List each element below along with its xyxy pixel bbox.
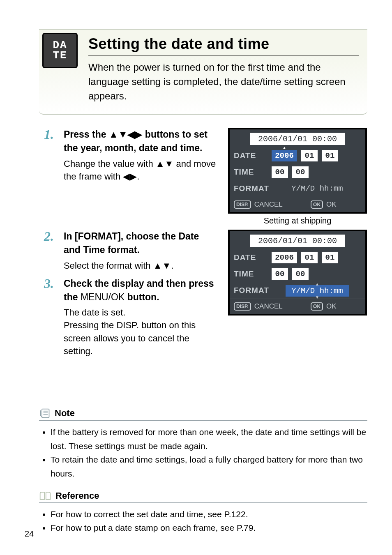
- up-arrow-icon: ▲: [315, 282, 319, 286]
- text: Press the: [64, 129, 109, 140]
- text: Change the value with: [64, 159, 156, 169]
- lcd-month: 01: [301, 150, 318, 161]
- left-right-icon: ◀▶: [123, 171, 137, 182]
- lcd-format-label: FORMAT: [234, 184, 269, 193]
- lcd-time-label: TIME: [234, 269, 267, 279]
- page-number: 24: [25, 529, 34, 539]
- step-number: 3.: [39, 277, 54, 290]
- step-3-sub: The date is set. Pressing the DISP. butt…: [64, 306, 217, 357]
- step-1-head: Press the ▲▼◀▶ buttons to set the year, …: [64, 128, 217, 154]
- value: 2006: [275, 151, 294, 160]
- list-item: For how to correct the set date and time…: [51, 507, 367, 521]
- page-title: Setting the date and time: [88, 35, 359, 55]
- step-2-head: In [FORMAT], choose the Date and Time fo…: [64, 230, 217, 256]
- reference-title: Reference: [55, 491, 99, 501]
- step-1-sub: Change the value with ▲▼ and move the fr…: [64, 157, 217, 183]
- intro-band: DA TE Setting the date and time When the…: [39, 29, 367, 115]
- date-icon-text: DA TE: [53, 40, 67, 60]
- lcd-day: 01: [322, 252, 338, 263]
- note-section: Note If the battery is removed for more …: [39, 408, 367, 480]
- list-item: If the battery is removed for more than …: [51, 425, 367, 453]
- up-down-icon: ▲▼: [156, 159, 174, 169]
- lcd-screenshot-1: 2006/01/01 00:00 DATE ▲2006 01 01 TIME 0…: [228, 128, 367, 214]
- lcd-screenshot-2: 2006/01/01 00:00 DATE 2006 01 01 TIME 00…: [228, 230, 367, 315]
- lcd-year: 2006: [272, 252, 297, 263]
- reference-section: Reference For how to correct the set dat…: [39, 491, 367, 535]
- text: button.: [125, 292, 159, 302]
- disp-button-icon: DISP.: [234, 200, 251, 209]
- text: .: [137, 171, 139, 182]
- lcd-time-label: TIME: [234, 168, 267, 177]
- lcd-cancel: CANCEL: [254, 200, 283, 209]
- step-number: 2.: [39, 230, 54, 243]
- ok-button-icon: OK: [311, 200, 323, 209]
- step-2-3-row: 2. In [FORMAT], choose the Date and Time…: [39, 230, 367, 362]
- lcd-title: 2006/01/01 00:00: [250, 133, 345, 145]
- list-item: For how to put a date stamp on each fram…: [51, 521, 367, 535]
- lcd-date-label: DATE: [234, 151, 267, 160]
- lcd-caption: Setting at shipping: [264, 216, 332, 226]
- down-arrow-icon: ▼: [315, 295, 319, 299]
- lcd-hour: 00: [272, 166, 288, 178]
- lcd-hour: 00: [272, 268, 288, 280]
- up-down-icon: ▲▼: [153, 260, 171, 271]
- date-mode-icon: DA TE: [42, 33, 78, 68]
- lcd-day: 01: [322, 150, 338, 161]
- lcd-format-selected: ▲ Y/M/D hh:mm ▼: [273, 286, 361, 295]
- intro-text: When the power is turned on for the firs…: [88, 60, 359, 103]
- lcd-format-value: Y/M/D hh:mm: [273, 184, 361, 193]
- text: Select the format with: [64, 260, 153, 271]
- step-3-head: Check the display and then press the MEN…: [64, 277, 217, 304]
- text: .: [171, 260, 173, 271]
- menu-ok-label: MENU/OK: [81, 292, 125, 302]
- step-number: 1.: [39, 128, 54, 141]
- list-item: To retain the date and time settings, lo…: [51, 453, 367, 480]
- lcd-date-label: DATE: [234, 253, 267, 262]
- lcd-month: 01: [301, 252, 318, 263]
- lcd-minute: 00: [292, 268, 309, 280]
- reference-icon: [39, 491, 51, 501]
- manual-page: DA TE Setting the date and time When the…: [0, 0, 392, 555]
- up-down-left-right-icon: ▲▼◀▶: [109, 129, 143, 140]
- ok-button-icon: OK: [311, 302, 323, 311]
- lcd-cancel: CANCEL: [254, 302, 283, 311]
- step-1-row: 1. Press the ▲▼◀▶ buttons to set the yea…: [39, 128, 367, 226]
- reference-list: For how to correct the set date and time…: [43, 507, 367, 535]
- lcd-year-selected: ▲2006: [272, 150, 297, 161]
- lcd-ok: OK: [326, 200, 337, 209]
- step-2-sub: Select the format with ▲▼.: [64, 259, 217, 272]
- note-title: Note: [55, 408, 75, 419]
- lcd-minute: 00: [292, 166, 309, 178]
- lcd-title: 2006/01/01 00:00: [250, 235, 345, 247]
- lcd-ok: OK: [326, 302, 337, 311]
- lcd-format-label: FORMAT: [234, 286, 269, 295]
- note-list: If the battery is removed for more than …: [43, 425, 367, 480]
- disp-button-icon: DISP.: [234, 302, 251, 311]
- up-arrow-icon: ▲: [283, 146, 286, 150]
- note-icon: [39, 408, 51, 419]
